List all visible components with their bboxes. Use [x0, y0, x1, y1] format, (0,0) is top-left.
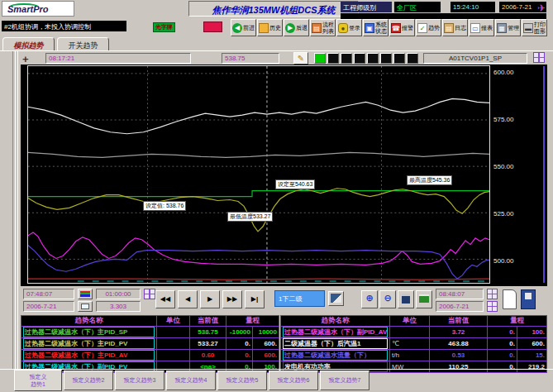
table-row[interactable]: 过热器二级减温水（下）副PID_AV 3.72 0. 100.	[281, 327, 547, 338]
page-title: 焦作华润135MW机组DCS系统	[188, 1, 359, 17]
tab-switch-trend[interactable]: 开关趋势	[57, 37, 109, 51]
bottom-tab-5[interactable]: 预定义趋势5	[217, 370, 267, 390]
manage-icon: ▦	[497, 23, 507, 33]
manage-button[interactable]: ▦管理	[495, 19, 521, 36]
zoom-in-button[interactable]: ⊕	[361, 290, 378, 308]
table-row[interactable]: 二级减温器（下）后汽温1 ℃ 463.88 0. 600.	[281, 338, 547, 350]
cursor-value-field[interactable]: 538.75	[222, 53, 279, 64]
time-span-field[interactable]: 01:00:00	[96, 289, 141, 299]
crosshair-cursor-icon: +	[22, 53, 29, 65]
back-arrow-icon: ▶	[285, 23, 295, 33]
system-status-icon: ▣	[365, 23, 374, 33]
annotation-set-to: 设定至540.63	[275, 179, 315, 189]
snapshot-button[interactable]	[328, 291, 344, 306]
trend-curve	[28, 246, 489, 279]
login-button[interactable]: ●登录	[336, 19, 362, 36]
trend-window-button[interactable]	[533, 52, 545, 63]
airplane-icon[interactable]: ✈	[537, 2, 546, 14]
log-icon: ▤	[444, 23, 454, 33]
floppy-shutter-icon	[525, 293, 532, 299]
jump-to-end-button[interactable]: ▶|	[245, 290, 265, 308]
pen-swatch-7[interactable]	[393, 53, 405, 64]
trend-table-left: 趋势名称单位当前值量程 过热器二级减温水（下）主PID_SP 538.75 -1…	[21, 315, 279, 373]
pen-edit-button[interactable]: ✎	[293, 52, 308, 65]
printer-small-icon	[419, 294, 429, 303]
report-button[interactable]: ▭报表	[469, 19, 494, 36]
mini-chart-icon	[80, 291, 90, 297]
pen-swatch-5[interactable]	[367, 53, 379, 64]
table-row[interactable]: 过热器二级减温水（下）主PID_AV 0.60 0. 600.	[21, 350, 279, 361]
y-axis-label: 500.00	[493, 257, 530, 265]
user-level-badge: 工程师级别	[341, 2, 392, 12]
trend-plot-area[interactable]: 600.00 575.00 550.00 525.00 500.00 设定值: …	[21, 65, 547, 286]
back-button[interactable]: ▶后退	[284, 19, 309, 36]
tab-analog-trend[interactable]: 模拟趋势	[2, 37, 55, 51]
system-status-button[interactable]: ▣系统状态	[363, 19, 389, 36]
area-badge: 全厂区	[394, 2, 441, 12]
bottom-tab-1[interactable]: 预定义趋势1	[14, 370, 62, 391]
annotation-set-value: 设定值: 538.76	[143, 201, 186, 211]
bottom-tab-2[interactable]: 预定义趋势2	[64, 370, 113, 390]
table-row[interactable]: 过热器二级减温水流量（下） t/h 0.53 0. 15.	[281, 350, 547, 361]
history-button[interactable]: 历史	[257, 19, 283, 36]
log-button[interactable]: ▤日志	[442, 19, 468, 36]
trend-curve	[28, 152, 489, 157]
step-forward-button[interactable]: ▶	[200, 290, 220, 308]
trend-mode-icon[interactable]	[78, 289, 93, 299]
alarm-color-block	[203, 22, 222, 32]
step-back-button[interactable]: ◀	[178, 290, 198, 308]
alarm-icon: ☎	[391, 23, 401, 33]
scale-field[interactable]: 3.303	[96, 301, 141, 312]
lock-icon: ●	[338, 23, 348, 33]
pen-swatch-4[interactable]	[354, 53, 365, 64]
trend-group-field[interactable]: 1下二级	[274, 290, 325, 307]
bottom-tab-6[interactable]: 预定义趋势6	[269, 370, 318, 390]
span-picker-button[interactable]	[144, 289, 155, 299]
bottom-tab-4[interactable]: 预定义趋势4	[166, 370, 216, 390]
pen-swatch-6[interactable]	[380, 53, 392, 64]
bottom-tab-7[interactable]: 预定义趋势7	[320, 370, 369, 390]
table-row[interactable]: 过热器二级减温水（下）主PID_PV 533.27 0. 600.	[21, 338, 279, 350]
pencil-icon: ✎	[298, 54, 304, 63]
new-document-button[interactable]	[503, 289, 517, 309]
start-date-field[interactable]: 2006-7-21	[23, 301, 74, 312]
end-time-field[interactable]: 08:48:07	[436, 289, 484, 299]
trend-curve	[28, 279, 489, 280]
trend-button[interactable]: ✓趋势	[416, 19, 441, 36]
pen-swatch-1[interactable]	[314, 53, 326, 64]
end-date-field[interactable]: 2006-7-21	[436, 301, 484, 312]
app-logo: SmartPro	[2, 1, 74, 17]
history-icon	[259, 23, 269, 33]
print-trend-button[interactable]	[416, 290, 432, 308]
forward-fast-button[interactable]: ▶▶	[222, 290, 242, 308]
annotation-min-temp: 最低温度533.27	[227, 212, 273, 222]
unit-status-message: #2机组协调，未投入协调控制	[2, 21, 126, 31]
selected-pen-tag: A01TCV01P1_SP	[423, 53, 527, 64]
pen-swatch-8[interactable]	[407, 53, 418, 64]
save-document-button[interactable]	[521, 289, 536, 309]
process-list-icon: ▤	[312, 23, 322, 33]
alarm-button[interactable]: ☎报警	[389, 19, 415, 36]
save-button[interactable]	[398, 290, 414, 308]
cursor-time-field[interactable]: 08:17:21	[45, 53, 191, 64]
plot-right-scrollbar[interactable]	[543, 66, 545, 283]
screen-mode-icon[interactable]	[78, 301, 93, 312]
bottom-tab-3[interactable]: 预定义趋势3	[115, 370, 164, 390]
forward-button[interactable]: ◀前进	[231, 19, 256, 36]
table-row[interactable]: 过热器二级减温水（下）主PID_SP 538.75 -10000 10000	[21, 327, 279, 338]
pen-swatch-3[interactable]	[341, 53, 352, 64]
image-icon	[331, 294, 341, 303]
pen-swatch-2[interactable]	[327, 53, 339, 64]
report-icon: ▭	[470, 23, 480, 33]
process-list-button[interactable]: ▤流程列表	[310, 19, 336, 36]
print-button[interactable]: ▬打印图形	[522, 19, 547, 36]
start-time-field[interactable]: 07:48:07	[23, 289, 74, 299]
annunciator-button[interactable]: 光字牌	[153, 22, 175, 32]
end-date-picker-button[interactable]	[487, 301, 498, 312]
y-axis-label: 600.00	[493, 69, 530, 77]
rewind-fast-button[interactable]: ◀◀	[155, 290, 175, 308]
forward-arrow-icon: ◀	[232, 23, 242, 33]
left-gutter	[0, 51, 18, 369]
zoom-out-button[interactable]: ⊖	[379, 290, 396, 308]
end-time-picker-button[interactable]	[487, 289, 498, 299]
